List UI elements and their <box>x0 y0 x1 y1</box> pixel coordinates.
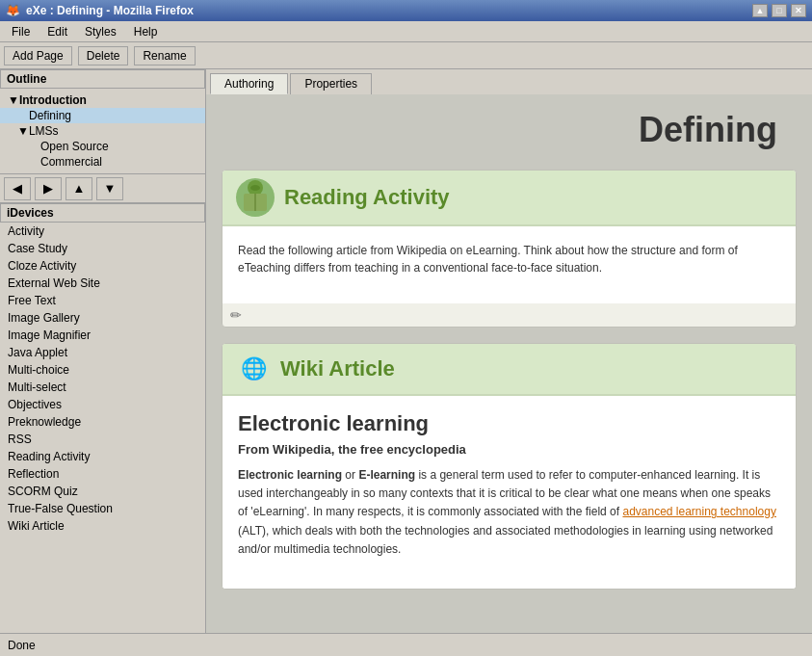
content-area: Defining Reading Activity Read <box>206 94 812 633</box>
outline-item-commercial[interactable]: Commercial <box>0 154 205 170</box>
arrow-up-button[interactable]: ▲ <box>65 177 92 200</box>
idevice-image-magnifier[interactable]: Image Magnifier <box>0 327 205 344</box>
idevice-external-web-site[interactable]: External Web Site <box>0 275 205 292</box>
arrow-right-button[interactable]: ▶ <box>35 177 62 200</box>
idevice-cloze-activity[interactable]: Cloze Activity <box>0 257 205 275</box>
idevice-wiki-article[interactable]: Wiki Article <box>0 517 205 535</box>
menu-bar: File Edit Styles Help <box>0 21 812 42</box>
wiki-link[interactable]: advanced learning technology <box>622 505 775 518</box>
toolbar: Add Page Delete Rename <box>0 42 812 69</box>
add-page-button[interactable]: Add Page <box>4 46 72 66</box>
reading-activity-card: Reading Activity Read the following arti… <box>222 170 797 328</box>
rename-button[interactable]: Rename <box>134 46 195 66</box>
wiki-body-text: Electronic learning or E-learning is a g… <box>238 466 780 559</box>
wiki-from-wikipedia: From Wikipedia, the free encyclopedia <box>238 442 780 457</box>
reading-activity-title: Reading Activity <box>284 185 450 210</box>
arrow-down-button[interactable]: ▼ <box>96 177 123 200</box>
reading-activity-body: Read the following article from Wikipedi… <box>223 226 796 303</box>
reading-activity-icon <box>236 178 275 217</box>
status-text: Done <box>8 639 36 652</box>
menu-edit[interactable]: Edit <box>39 23 75 40</box>
browser-icon: 🦊 <box>6 4 20 17</box>
idevice-multi-select[interactable]: Multi-select <box>0 379 205 396</box>
wiki-text-bold-2: E-learning <box>358 468 415 482</box>
outline-header: Outline <box>0 69 205 89</box>
idevice-objectives[interactable]: Objectives <box>0 396 205 413</box>
left-panel: Outline ▼ Introduction Defining ▼ LMSs O… <box>0 69 206 633</box>
wiki-text-after-link: (ALT), which deals with both the technol… <box>238 524 773 556</box>
arrow-left-button[interactable]: ◀ <box>4 177 31 200</box>
maximize-button[interactable]: □ <box>772 4 787 17</box>
close-button[interactable]: ✕ <box>791 4 806 17</box>
wiki-text-bold-1: Electronic learning <box>238 468 342 482</box>
reading-activity-text: Read the following article from Wikipedi… <box>238 242 780 276</box>
right-panel: Authoring Properties Defining <box>206 69 812 633</box>
tab-authoring[interactable]: Authoring <box>210 73 288 94</box>
idevice-reflection[interactable]: Reflection <box>0 465 205 483</box>
arrow-toolbar: ◀ ▶ ▲ ▼ <box>0 174 205 203</box>
idevice-java-applet[interactable]: Java Applet <box>0 344 205 361</box>
title-bar-controls[interactable]: ▲ □ ✕ <box>752 4 806 17</box>
idevices-header: iDevices <box>0 203 205 223</box>
menu-styles[interactable]: Styles <box>77 23 124 40</box>
idevice-true-false-question[interactable]: True-False Question <box>0 500 205 517</box>
window-title: eXe : Defining - Mozilla Firefox <box>26 4 194 17</box>
wiki-icon: 🌐 <box>236 352 271 386</box>
minimize-button[interactable]: ▲ <box>752 4 768 17</box>
idevice-activity[interactable]: Activity <box>0 223 205 240</box>
title-bar: 🦊 eXe : Defining - Mozilla Firefox ▲ □ ✕ <box>0 0 812 21</box>
edit-icon[interactable]: ✏ <box>223 303 796 327</box>
wiki-article-card: 🌐 Wiki Article Electronic learning From … <box>222 343 797 590</box>
idevice-scorm-quiz[interactable]: SCORM Quiz <box>0 483 205 500</box>
outline-item-defining[interactable]: Defining <box>0 108 205 123</box>
idevice-reading-activity[interactable]: Reading Activity <box>0 448 205 465</box>
svg-point-1 <box>250 185 260 191</box>
outline-item-lmss[interactable]: ▼ LMSs <box>0 123 205 139</box>
menu-file[interactable]: File <box>4 23 38 40</box>
idevice-rss[interactable]: RSS <box>0 431 205 448</box>
title-bar-left: 🦊 eXe : Defining - Mozilla Firefox <box>6 4 194 17</box>
idevice-free-text[interactable]: Free Text <box>0 292 205 309</box>
menu-help[interactable]: Help <box>126 23 166 40</box>
page-title: Defining <box>222 110 797 150</box>
tabs: Authoring Properties <box>206 69 812 94</box>
idevice-preknowledge[interactable]: Preknowledge <box>0 413 205 431</box>
status-bar: Done <box>0 633 812 656</box>
tab-properties[interactable]: Properties <box>290 73 372 94</box>
wiki-article-body: Electronic learning From Wikipedia, the … <box>223 396 796 589</box>
wiki-article-title: Wiki Article <box>280 356 395 381</box>
wiki-article-header: 🌐 Wiki Article <box>223 344 796 396</box>
idevice-multi-choice[interactable]: Multi-choice <box>0 361 205 379</box>
outline-content: ▼ Introduction Defining ▼ LMSs Open Sour… <box>0 89 205 174</box>
wiki-electronic-learning-title: Electronic learning <box>238 411 780 436</box>
idevices-list: Activity Case Study Cloze Activity Exter… <box>0 223 205 633</box>
reading-activity-header: Reading Activity <box>223 171 796 226</box>
main-layout: Outline ▼ Introduction Defining ▼ LMSs O… <box>0 69 812 633</box>
outline-item-introduction[interactable]: ▼ Introduction <box>0 92 205 108</box>
delete-button[interactable]: Delete <box>78 46 129 66</box>
outline-item-open-source[interactable]: Open Source <box>0 139 205 154</box>
idevice-case-study[interactable]: Case Study <box>0 240 205 257</box>
wiki-text-or: or <box>342 468 358 482</box>
idevice-image-gallery[interactable]: Image Gallery <box>0 309 205 327</box>
